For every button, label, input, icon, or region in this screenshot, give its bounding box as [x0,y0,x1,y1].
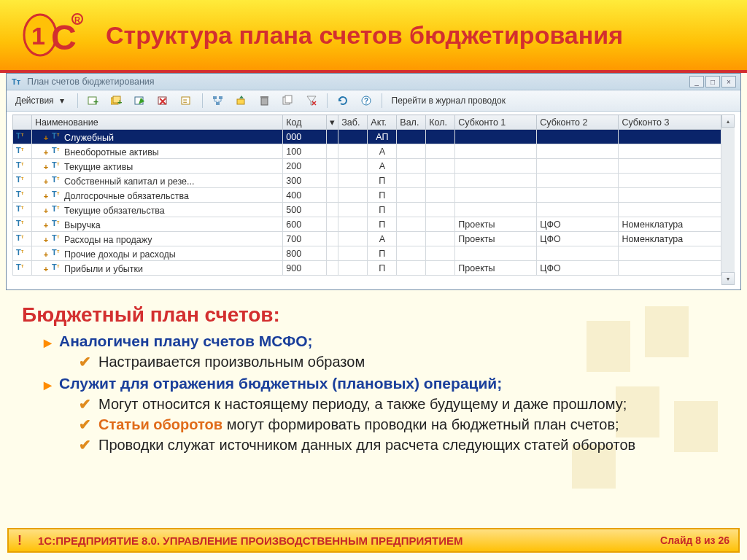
col-sub3[interactable]: Субконто 3 [619,115,721,130]
table-row[interactable]: Тт+ТтСобственный капитал и резе...300П [13,174,721,188]
col-sub1[interactable]: Субконто 1 [455,115,537,130]
tool-hierarchy[interactable] [208,93,228,109]
row-sub3 [619,144,721,159]
tool-add[interactable]: + [83,93,104,109]
col-val[interactable]: Вал. [397,115,426,130]
table-row[interactable]: Тт+ТтПрибыли и убытки900ППроектыЦФО [13,261,721,276]
bullet-l1: Служит для отражения бюджетных (плановых… [44,375,725,392]
row-sub2 [537,203,619,217]
expand-icon[interactable]: + [42,265,50,273]
expand-icon[interactable]: + [42,163,50,171]
slide-header: 1 С R Структура плана счетов бюджетирова… [0,0,747,73]
move-icon [236,95,247,106]
row-sub3 [619,188,721,203]
row-sub1 [455,144,537,159]
actions-menu[interactable]: Действия ▾ [11,93,72,109]
t-icon: Тт [52,160,62,170]
minimize-button[interactable]: _ [689,76,704,88]
row-sub3 [619,203,721,217]
t-icon: Тт [16,233,26,243]
expand-icon[interactable]: + [42,134,50,141]
tool-move[interactable] [231,93,252,109]
row-sub3: Номенклатура [619,232,721,246]
tool-copy[interactable] [278,93,298,109]
col-akt[interactable]: Акт. [368,115,397,130]
svg-text:т: т [57,132,60,137]
expand-icon[interactable]: + [42,149,50,156]
col-code[interactable]: Код [283,115,327,130]
svg-text:т: т [57,205,60,210]
row-sub1 [455,159,537,174]
bullet-l2: Настраивается произвольным образом [79,353,725,370]
logo-1c: 1 С R [22,9,88,61]
vertical-scrollbar[interactable]: ▴ ▾ [721,114,735,285]
col-name[interactable]: Наименование [32,115,283,130]
row-name: Расходы на продажу [64,235,152,245]
tool-help[interactable]: ? [356,93,376,109]
row-code: 100 [283,144,327,159]
table-row[interactable]: Тт+ТтТекущие активы200А [13,159,721,174]
table-row[interactable]: Тт+ТтПрочие доходы и расходы800П [13,246,721,261]
row-akt: АП [368,130,397,144]
row-name: Прочие доходы и расходы [64,249,176,260]
col-kol[interactable]: Кол. [426,115,455,130]
section-heading: Бюджетный план счетов: [22,303,725,327]
close-button[interactable]: × [721,76,736,88]
svg-text:Т: Т [16,131,21,140]
expand-icon[interactable]: + [42,207,50,214]
expand-icon[interactable]: + [42,178,50,185]
maximize-button[interactable]: □ [705,76,720,88]
t-icon: Тт [52,233,62,243]
footer-slidenum: Слайд 8 из 26 [660,534,729,546]
row-sub3: Номенклатура [619,217,721,232]
tool-mark[interactable]: ≡ [177,93,197,109]
window-title: План счетов бюджетирования [27,77,688,87]
svg-text:т: т [21,249,24,254]
row-akt: А [368,232,397,246]
mark-icon: ≡ [181,95,193,106]
expand-icon[interactable]: + [42,236,50,244]
bullet-l1: Аналогичен плану счетов МСФО; [44,332,725,350]
svg-text:т: т [57,249,60,254]
tool-refresh[interactable] [333,93,353,109]
table-row[interactable]: Тт+ТтДолгосрочные обязательства400П [13,188,721,203]
row-code: 900 [283,261,327,276]
tool-add-group[interactable]: + [107,93,127,109]
expand-icon[interactable]: + [42,222,50,229]
expand-icon[interactable]: + [42,251,50,258]
svg-text:т: т [57,190,60,195]
journal-link[interactable]: Перейти в журнал проводок [387,93,510,108]
accounts-grid[interactable]: Наименование Код ▾ Заб. Акт. Вал. Кол. С… [12,114,721,276]
svg-text:С: С [51,18,77,57]
row-code: 500 [283,203,327,217]
row-sub2: ЦФО [537,261,619,276]
t-icon: Тт [16,247,26,257]
svg-text:+: + [117,98,122,106]
app-window: Тт План счетов бюджетирования _ □ × Дейс… [6,73,741,290]
svg-text:т: т [21,205,24,210]
table-row[interactable]: Тт+ТтСлужебный000АП [13,130,721,144]
row-akt: П [368,188,397,203]
journal-link-label: Перейти в журнал проводок [392,96,506,106]
t-icon: Тт [52,145,62,155]
tool-delete[interactable] [153,93,174,109]
row-code: 700 [283,232,327,246]
col-dropdown[interactable]: ▾ [327,115,338,130]
svg-text:R: R [74,15,80,24]
table-row[interactable]: Тт+ТтВнеоборотные активы100А [13,144,721,159]
bullet-text: могут формировать проводки на бюджетный … [222,416,619,432]
t-icon: Тт [16,203,26,214]
bullet-l2: Могут относится к настоящему периоду, а … [79,395,725,413]
tool-edit[interactable] [130,93,150,109]
tool-trash[interactable] [255,93,275,109]
scroll-down-btn[interactable]: ▾ [721,272,735,285]
col-sub2[interactable]: Субконто 2 [537,115,619,130]
expand-icon[interactable]: + [42,192,50,200]
col-zab[interactable]: Заб. [338,115,368,130]
scroll-up-btn[interactable]: ▴ [721,114,735,128]
table-row[interactable]: Тт+ТтТекущие обязательства500П [13,203,721,217]
row-name: Выручка [64,220,101,230]
tool-filter[interactable] [301,93,322,109]
table-row[interactable]: Тт+ТтРасходы на продажу700АПроектыЦФОНом… [13,232,721,246]
table-row[interactable]: Тт+ТтВыручка600ППроектыЦФОНоменклатура [13,217,721,232]
